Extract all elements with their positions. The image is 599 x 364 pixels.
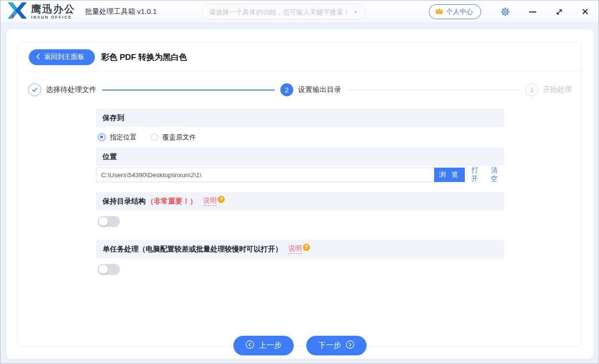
keep-structure-toggle[interactable] xyxy=(98,216,120,227)
next-step-button[interactable]: 下一步 xyxy=(306,336,367,355)
single-task-help-link[interactable]: 说明 xyxy=(288,244,302,254)
keep-structure-toggle-row xyxy=(96,210,504,232)
spacer xyxy=(96,232,504,240)
previous-step-button[interactable]: 上一步 xyxy=(233,336,294,355)
clear-path-link[interactable]: 清空 xyxy=(491,166,504,183)
step-1-label: 选择待处理文件 xyxy=(46,85,96,94)
save-to-header-label: 保存到 xyxy=(103,114,124,123)
radio-overwrite-original-label: 覆盖原文件 xyxy=(162,133,196,142)
location-header-label: 位置 xyxy=(103,152,117,161)
function-search-select[interactable]: ∨ xyxy=(202,4,365,20)
minimize-icon xyxy=(529,11,536,12)
step-connector-done xyxy=(102,90,275,91)
app-title: 批量处理工具箱 v1.0.1 xyxy=(85,7,157,16)
logo-english-name: INXUN OFFICE xyxy=(31,15,75,20)
wizard-nav-buttons: 上一步 下一步 xyxy=(6,336,594,355)
step-2-label: 设置输出目录 xyxy=(298,85,341,94)
user-center-button[interactable]: 个人中心 xyxy=(429,4,481,19)
radio-unselected-icon xyxy=(151,134,158,141)
chevron-down-icon: ∨ xyxy=(353,9,358,15)
logo-x-icon xyxy=(7,2,27,21)
toggle-knob xyxy=(99,217,108,226)
previous-step-label: 上一步 xyxy=(259,341,282,351)
keep-structure-label: 保持目录结构 xyxy=(103,197,146,206)
tool-card: 返回到主面板 彩色 PDF 转换为黑白色 选择待处理文件 2 设置输出目录 xyxy=(18,42,582,347)
settings-gear-icon[interactable] xyxy=(499,7,511,17)
restore-icon xyxy=(555,8,563,16)
circle-arrow-right-icon xyxy=(346,340,355,351)
browse-button[interactable]: 浏 览 xyxy=(434,168,465,182)
step-3-label: 开始处理 xyxy=(543,85,572,94)
app-window: 鹰迅办公 INXUN OFFICE 批量处理工具箱 v1.0.1 ∨ 个人中心 xyxy=(0,0,599,364)
output-path-input[interactable] xyxy=(96,168,434,182)
toggle-knob xyxy=(99,265,108,274)
radio-selected-icon xyxy=(98,134,105,141)
location-row: 浏 览 打开 清空 xyxy=(96,166,504,183)
location-header: 位置 xyxy=(96,148,504,166)
step-3-number: 3 xyxy=(525,83,538,96)
circle-arrow-left-icon xyxy=(245,340,254,351)
question-mark-icon[interactable]: ? xyxy=(218,196,225,203)
search-input[interactable] xyxy=(209,8,350,16)
logo-chinese-name: 鹰迅办公 xyxy=(31,4,75,14)
user-center-label: 个人中心 xyxy=(446,8,473,16)
logo-text: 鹰迅办公 INXUN OFFICE xyxy=(31,4,75,20)
step-2-output-dir: 2 设置输出目录 xyxy=(280,83,341,96)
next-step-label: 下一步 xyxy=(318,341,341,351)
keep-structure-help-link[interactable]: 说明 xyxy=(203,196,217,206)
crown-icon xyxy=(435,8,443,16)
form-content: 保存到 指定位置 覆盖原文件 位置 浏 xyxy=(96,109,504,280)
single-task-label: 单任务处理（电脑配置较差或批量处理较慢时可以打开） xyxy=(103,245,282,254)
single-task-header: 单任务处理（电脑配置较差或批量处理较慢时可以打开） 说明 ? xyxy=(96,240,504,258)
radio-overwrite-original[interactable]: 覆盖原文件 xyxy=(151,133,196,142)
keep-structure-header: 保持目录结构 （非常重要！） 说明 ? xyxy=(96,192,504,210)
minimize-button[interactable] xyxy=(527,11,538,12)
keep-structure-warning: （非常重要！） xyxy=(147,197,197,206)
back-button-label: 返回到主面板 xyxy=(44,53,84,61)
step-1-check-icon xyxy=(28,83,41,96)
radio-specified-location-label: 指定位置 xyxy=(110,133,137,142)
single-task-toggle-row xyxy=(96,258,504,280)
page-title: 彩色 PDF 转换为黑白色 xyxy=(101,52,187,63)
back-to-dashboard-button[interactable]: 返回到主面板 xyxy=(29,49,95,65)
save-to-header: 保存到 xyxy=(96,109,504,127)
save-to-options: 指定位置 覆盖原文件 xyxy=(96,127,504,148)
titlebar-controls: 个人中心 xyxy=(429,0,599,23)
step-1-select-files: 选择待处理文件 xyxy=(28,83,96,96)
chevron-left-icon xyxy=(36,53,40,61)
step-indicator: 选择待处理文件 2 设置输出目录 3 开始处理 xyxy=(18,72,582,107)
close-icon: ✕ xyxy=(581,6,589,17)
main-panel: 返回到主面板 彩色 PDF 转换为黑白色 选择待处理文件 2 设置输出目录 xyxy=(6,29,594,359)
single-task-toggle[interactable] xyxy=(98,264,120,275)
step-connector-todo xyxy=(347,90,519,90)
close-button[interactable]: ✕ xyxy=(579,6,591,17)
question-mark-icon[interactable]: ? xyxy=(303,244,310,251)
step-2-number: 2 xyxy=(280,83,293,96)
radio-specified-location[interactable]: 指定位置 xyxy=(98,133,137,142)
app-logo: 鹰迅办公 INXUN OFFICE xyxy=(7,2,75,21)
tool-header-row: 返回到主面板 彩色 PDF 转换为黑白色 xyxy=(18,42,582,72)
step-3-start: 3 开始处理 xyxy=(525,83,572,96)
titlebar: 鹰迅办公 INXUN OFFICE 批量处理工具箱 v1.0.1 ∨ 个人中心 xyxy=(0,0,599,23)
restore-button[interactable] xyxy=(553,8,565,16)
open-folder-link[interactable]: 打开 xyxy=(471,166,484,183)
